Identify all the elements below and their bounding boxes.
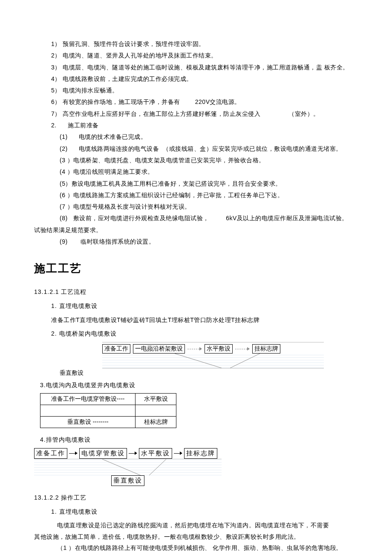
svg-line-3 xyxy=(149,459,166,475)
svg-line-1 xyxy=(230,354,260,368)
list-item: (4 ）电缆沿线照明满足施工要求。 xyxy=(34,166,358,178)
list-item: (5）敷设电缆施工机具及施工用料已准备好，支架已搭设完毕，且符合安全要求。 xyxy=(34,178,358,190)
document-page: 1） 预留孔洞、预埋件符合设计要求，预埋件埋设牢固。 2） 电缆沟、隧道、竖井及… xyxy=(0,0,392,555)
list-item: (8) 敷设前，应对电缆进行外观检查及绝缘电阻试验， 6kV及以上的电缆应作耐压… xyxy=(34,213,358,224)
flow-box: 一电蘋沿桥架敷设 xyxy=(133,344,185,354)
list-item: 3） 电缆层、电缆沟、隧道等处的施工临时设施、模板及建筑废料等清理干净，施工用道… xyxy=(34,62,358,73)
flow-cell: 垂直敷设 -------- xyxy=(40,417,135,428)
list-item: (6 ）电缆线路施工方案或施工组织设计已经编制，并已审批，工程任务单已下达。 xyxy=(34,190,358,201)
step-title: 3.电缆沟内及电缆竖井内电缆敷设 xyxy=(34,380,358,391)
table-row: 准备工作一电缆穿管敷设---- 水平敷设 xyxy=(40,394,176,405)
flow-box: 垂直敷设 xyxy=(111,475,144,486)
step-title: 1. 直埋电缆敷设 xyxy=(34,506,358,518)
table-row: 垂直敷设 -------- 桂标志牌 xyxy=(40,417,176,428)
arrow-right-icon xyxy=(235,346,250,351)
list-item: 1） 预留孔洞、预埋件符合设计要求，预埋件埋设牢固。 xyxy=(34,38,358,50)
list-item: 6） 有较宽的操作场地，施工现场干净，并备有 220V交流电源。 xyxy=(34,96,358,108)
list-item: 4） 电缆线路敷设前，土建应完成的工作必须完成。 xyxy=(34,73,358,85)
flow-diagram-4: 准备工作 电缆穿管敷设 水平敷设 挂标志牌 垂直敷设 xyxy=(34,448,222,486)
list-item: (3 ）电缆桥架、电缆托盘、电缆支架及电缆管道已安装完毕，并验收合格。 xyxy=(34,155,358,166)
list-item: (2) 电缆线路两端连接的电气设备 （或接线箱、盒）应安装完毕或已就位，敷设电缆… xyxy=(34,143,358,155)
flow-box: 电缆穿管敷设 xyxy=(79,448,127,459)
flow-box: 水平敷设 xyxy=(139,448,172,459)
paragraph: （1 ）在电缆的线路路径上有可能使电缆受到机械损伤、 化学作用、振动、热影响、虫… xyxy=(45,542,358,554)
list-item: 试验结果满足规范要求。 xyxy=(34,224,358,236)
flow-box: 准备工作 xyxy=(34,448,67,459)
process-flow-text: 准备工作T直埋电缆敷设T铺砂盖砖T回填土T埋标桩T管口防水处理T挂标志牌 xyxy=(34,314,358,326)
section-heading: 施工工艺 xyxy=(34,261,358,276)
step-title: 4.排管内电缆敷设 xyxy=(34,434,358,446)
flow-diagram-3: 准备工作一电缆穿管敷设---- 水平敷设 垂直敷设 -------- 桂标志牌 xyxy=(40,393,176,428)
list-item: (7 ）电缆型号规格及长度与设计资料核对无误。 xyxy=(34,201,358,213)
flow-box: 准备工作 xyxy=(102,344,130,354)
step-title: 1. 直埋电缆敷设 xyxy=(34,300,358,312)
flow-cell xyxy=(40,405,135,417)
paragraph: 其他设施，故施工简单，造价低，电缆散热好。一般在电缆根数较少、敷设距离较长时多用… xyxy=(34,531,358,543)
arrow-right-icon xyxy=(187,346,202,351)
flow-cell: 准备工作一电缆穿管敷设---- xyxy=(40,394,135,405)
step-title: 2. 电缆桥架内电缆敷设 xyxy=(34,328,358,339)
subsection-number: 13.1.2.2 操作工艺 xyxy=(34,492,358,503)
flow-cell xyxy=(135,405,176,417)
list-item: 2. 施工前准备 xyxy=(34,120,358,131)
svg-line-0 xyxy=(175,354,222,368)
arrow-right-icon xyxy=(129,451,137,456)
arrow-right-icon xyxy=(174,451,182,456)
flow-cell: 桂标志牌 xyxy=(135,417,176,428)
flow-cell: 水平敷设 xyxy=(135,394,176,405)
flow-box: 挂标志牌 xyxy=(252,344,280,354)
list-item: 5） 电缆沟排水应畅通。 xyxy=(34,85,358,96)
paragraph: 电缆直埋敷设是沿已选定的路线挖掘沟道，然后把电缆埋在地下沟道内。因电缆直埋在地下… xyxy=(45,520,358,531)
flow-box: 水平敷设 xyxy=(205,344,233,354)
arrow-right-icon xyxy=(69,451,78,456)
list-item: 2） 电缆沟、隧道、竖井及人孔等处的地坪及抹面工作结束。 xyxy=(34,50,358,61)
table-row xyxy=(40,405,176,417)
list-item: (9) 临时联络指挥系统的设置。 xyxy=(34,236,358,247)
list-item: 7） 高空作业电杆上应搭好平台，在施工部位上方搭建好帐篷，防止灰尘侵入 （室外）… xyxy=(34,108,358,120)
flow-box: 挂标志牌 xyxy=(184,448,217,459)
list-item: (1) 电缆的技术准备已完成。 xyxy=(34,131,358,143)
flow-diagram-2: 准备工作 一电蘋沿桥架敷设 水平敷设 挂标志牌 xyxy=(102,342,324,368)
svg-line-2 xyxy=(102,459,141,475)
flow-label: 垂直敷设 xyxy=(34,369,358,377)
subsection-number: 13.1.2.1 工艺流程 xyxy=(34,286,358,298)
